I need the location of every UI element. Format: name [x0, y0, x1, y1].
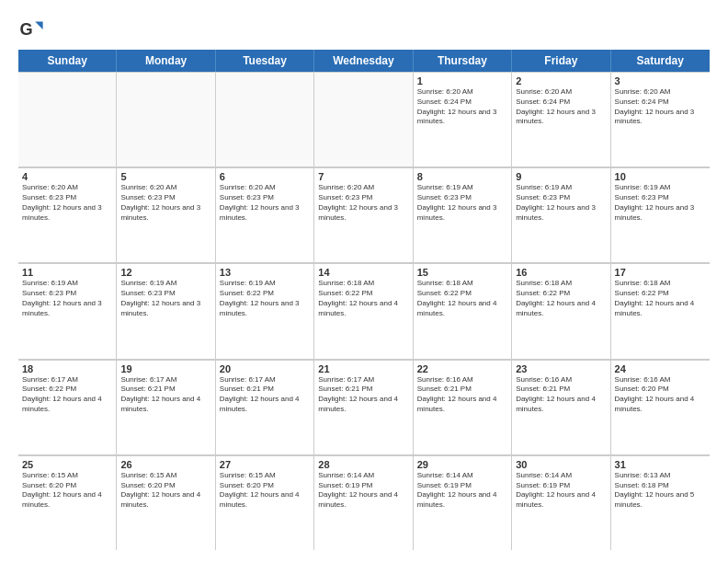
calendar-cell: 23Sunrise: 6:16 AMSunset: 6:21 PMDayligh… — [512, 360, 610, 454]
calendar-week-1: 1Sunrise: 6:20 AMSunset: 6:24 PMDaylight… — [18, 72, 710, 167]
cell-day-number: 15 — [417, 267, 507, 278]
cell-day-number: 9 — [516, 171, 606, 182]
calendar-cell: 16Sunrise: 6:18 AMSunset: 6:22 PMDayligh… — [512, 263, 610, 358]
cell-info: Sunrise: 6:20 AMSunset: 6:24 PMDaylight:… — [417, 87, 507, 127]
calendar-header-wednesday: Wednesday — [314, 50, 413, 72]
cell-info: Sunrise: 6:19 AMSunset: 6:23 PMDaylight:… — [516, 183, 606, 223]
cell-info: Sunrise: 6:15 AMSunset: 6:20 PMDaylight:… — [120, 471, 210, 511]
cell-info: Sunrise: 6:20 AMSunset: 6:24 PMDaylight:… — [615, 87, 706, 127]
cell-info: Sunrise: 6:18 AMSunset: 6:22 PMDaylight:… — [516, 279, 606, 318]
cell-day-number: 10 — [615, 171, 706, 182]
cell-info: Sunrise: 6:13 AMSunset: 6:18 PMDaylight:… — [615, 471, 706, 511]
cell-day-number: 7 — [318, 171, 408, 182]
calendar-header-monday: Monday — [117, 50, 215, 72]
calendar-cell: 26Sunrise: 6:15 AMSunset: 6:20 PMDayligh… — [117, 455, 215, 550]
cell-info: Sunrise: 6:14 AMSunset: 6:19 PMDaylight:… — [318, 471, 408, 511]
calendar-cell: 21Sunrise: 6:17 AMSunset: 6:21 PMDayligh… — [314, 360, 413, 454]
cell-info: Sunrise: 6:19 AMSunset: 6:22 PMDaylight:… — [220, 279, 310, 318]
cell-info: Sunrise: 6:17 AMSunset: 6:21 PMDaylight:… — [318, 375, 408, 415]
calendar-body: 1Sunrise: 6:20 AMSunset: 6:24 PMDaylight… — [18, 72, 710, 550]
logo-icon: G — [18, 17, 44, 42]
cell-info: Sunrise: 6:16 AMSunset: 6:21 PMDaylight:… — [516, 375, 606, 415]
cell-info: Sunrise: 6:20 AMSunset: 6:23 PMDaylight:… — [120, 183, 210, 223]
cell-day-number: 20 — [220, 363, 310, 374]
cell-day-number: 30 — [516, 459, 606, 470]
cell-info: Sunrise: 6:18 AMSunset: 6:22 PMDaylight:… — [417, 279, 507, 318]
calendar-header-saturday: Saturday — [611, 50, 710, 72]
calendar-cell: 11Sunrise: 6:19 AMSunset: 6:23 PMDayligh… — [18, 263, 117, 358]
cell-day-number: 25 — [22, 459, 112, 470]
cell-info: Sunrise: 6:14 AMSunset: 6:19 PMDaylight:… — [516, 471, 606, 511]
cell-day-number: 12 — [120, 267, 210, 278]
calendar-week-5: 25Sunrise: 6:15 AMSunset: 6:20 PMDayligh… — [18, 455, 710, 550]
cell-info: Sunrise: 6:20 AMSunset: 6:23 PMDaylight:… — [318, 183, 408, 223]
calendar-cell: 25Sunrise: 6:15 AMSunset: 6:20 PMDayligh… — [18, 455, 117, 550]
calendar-cell: 15Sunrise: 6:18 AMSunset: 6:22 PMDayligh… — [414, 263, 512, 358]
cell-day-number: 11 — [22, 267, 112, 278]
calendar-cell: 19Sunrise: 6:17 AMSunset: 6:21 PMDayligh… — [117, 360, 215, 454]
cell-day-number: 3 — [615, 75, 706, 86]
calendar-cell: 2Sunrise: 6:20 AMSunset: 6:24 PMDaylight… — [512, 72, 610, 167]
cell-info: Sunrise: 6:17 AMSunset: 6:22 PMDaylight:… — [22, 375, 112, 415]
calendar-cell: 24Sunrise: 6:16 AMSunset: 6:20 PMDayligh… — [611, 360, 710, 454]
cell-day-number: 19 — [120, 363, 210, 374]
cell-day-number: 1 — [417, 75, 507, 86]
cell-day-number: 21 — [318, 363, 408, 374]
cell-info: Sunrise: 6:14 AMSunset: 6:19 PMDaylight:… — [417, 471, 507, 511]
cell-info: Sunrise: 6:20 AMSunset: 6:24 PMDaylight:… — [516, 87, 606, 127]
cell-info: Sunrise: 6:20 AMSunset: 6:23 PMDaylight:… — [220, 183, 310, 223]
calendar-cell: 5Sunrise: 6:20 AMSunset: 6:23 PMDaylight… — [117, 167, 215, 262]
calendar-cell: 17Sunrise: 6:18 AMSunset: 6:22 PMDayligh… — [611, 263, 710, 358]
logo: G — [18, 17, 48, 42]
calendar-cell: 12Sunrise: 6:19 AMSunset: 6:23 PMDayligh… — [117, 263, 215, 358]
calendar-header-sunday: Sunday — [18, 50, 117, 72]
calendar: SundayMondayTuesdayWednesdayThursdayFrid… — [18, 50, 710, 550]
cell-day-number: 14 — [318, 267, 408, 278]
cell-day-number: 18 — [22, 363, 112, 374]
cell-info: Sunrise: 6:15 AMSunset: 6:20 PMDaylight:… — [22, 471, 112, 511]
calendar-cell: 27Sunrise: 6:15 AMSunset: 6:20 PMDayligh… — [216, 455, 314, 550]
cell-day-number: 13 — [220, 267, 310, 278]
calendar-cell: 28Sunrise: 6:14 AMSunset: 6:19 PMDayligh… — [314, 455, 413, 550]
calendar-cell — [18, 72, 117, 167]
calendar-cell: 22Sunrise: 6:16 AMSunset: 6:21 PMDayligh… — [414, 360, 512, 454]
cell-day-number: 16 — [516, 267, 606, 278]
calendar-cell: 7Sunrise: 6:20 AMSunset: 6:23 PMDaylight… — [314, 167, 413, 262]
calendar-cell — [314, 72, 413, 167]
calendar-cell: 30Sunrise: 6:14 AMSunset: 6:19 PMDayligh… — [512, 455, 610, 550]
cell-info: Sunrise: 6:15 AMSunset: 6:20 PMDaylight:… — [220, 471, 310, 511]
calendar-cell: 18Sunrise: 6:17 AMSunset: 6:22 PMDayligh… — [18, 360, 117, 454]
cell-info: Sunrise: 6:19 AMSunset: 6:23 PMDaylight:… — [417, 183, 507, 223]
calendar-cell: 31Sunrise: 6:13 AMSunset: 6:18 PMDayligh… — [611, 455, 710, 550]
svg-text:G: G — [19, 20, 32, 39]
cell-info: Sunrise: 6:17 AMSunset: 6:21 PMDaylight:… — [220, 375, 310, 415]
calendar-cell — [117, 72, 215, 167]
calendar-header: SundayMondayTuesdayWednesdayThursdayFrid… — [18, 50, 710, 72]
cell-day-number: 28 — [318, 459, 408, 470]
calendar-week-2: 4Sunrise: 6:20 AMSunset: 6:23 PMDaylight… — [18, 167, 710, 263]
cell-info: Sunrise: 6:18 AMSunset: 6:22 PMDaylight:… — [318, 279, 408, 318]
cell-day-number: 4 — [22, 171, 112, 182]
cell-day-number: 17 — [615, 267, 706, 278]
calendar-cell: 14Sunrise: 6:18 AMSunset: 6:22 PMDayligh… — [314, 263, 413, 358]
cell-day-number: 27 — [220, 459, 310, 470]
calendar-cell: 13Sunrise: 6:19 AMSunset: 6:22 PMDayligh… — [216, 263, 314, 358]
cell-day-number: 31 — [615, 459, 706, 470]
cell-day-number: 26 — [120, 459, 210, 470]
calendar-week-4: 18Sunrise: 6:17 AMSunset: 6:22 PMDayligh… — [18, 360, 710, 455]
cell-info: Sunrise: 6:19 AMSunset: 6:23 PMDaylight:… — [120, 279, 210, 318]
cell-info: Sunrise: 6:16 AMSunset: 6:21 PMDaylight:… — [417, 375, 507, 415]
calendar-cell: 4Sunrise: 6:20 AMSunset: 6:23 PMDaylight… — [18, 167, 117, 262]
cell-day-number: 24 — [615, 363, 706, 374]
calendar-cell: 6Sunrise: 6:20 AMSunset: 6:23 PMDaylight… — [216, 167, 314, 262]
cell-info: Sunrise: 6:19 AMSunset: 6:23 PMDaylight:… — [615, 183, 706, 223]
calendar-week-3: 11Sunrise: 6:19 AMSunset: 6:23 PMDayligh… — [18, 263, 710, 359]
cell-info: Sunrise: 6:18 AMSunset: 6:22 PMDaylight:… — [615, 279, 706, 318]
cell-day-number: 6 — [220, 171, 310, 182]
svg-marker-1 — [35, 22, 42, 29]
calendar-header-friday: Friday — [512, 50, 610, 72]
cell-day-number: 22 — [417, 363, 507, 374]
cell-day-number: 5 — [120, 171, 210, 182]
calendar-header-tuesday: Tuesday — [216, 50, 314, 72]
cell-info: Sunrise: 6:17 AMSunset: 6:21 PMDaylight:… — [120, 375, 210, 415]
